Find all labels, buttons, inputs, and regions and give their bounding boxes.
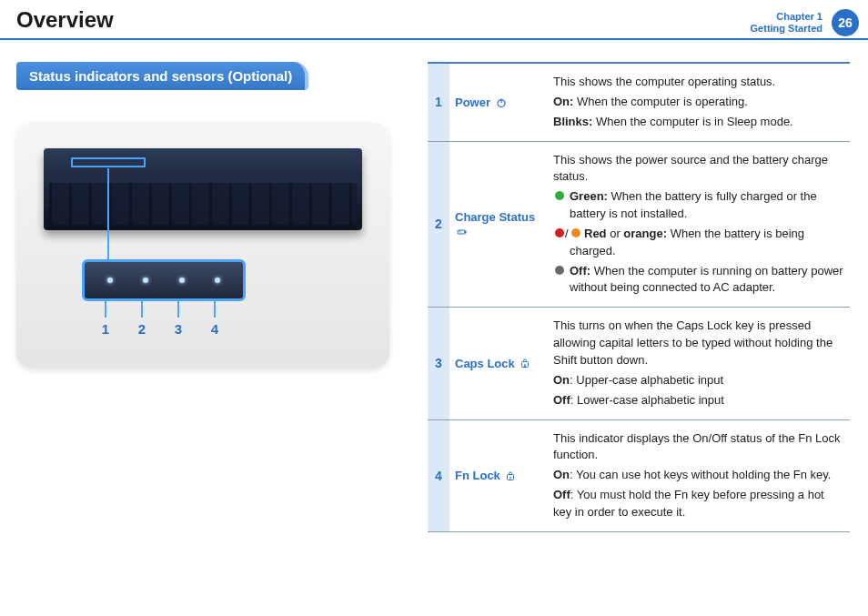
led-icon	[215, 278, 220, 283]
led-icon	[179, 278, 185, 283]
capslock-icon: A	[520, 358, 530, 369]
green-label: Green:	[570, 189, 608, 203]
orange-label: orange:	[623, 227, 667, 240]
section-heading: Status indicators and sensors (Optional)	[16, 62, 308, 90]
desc-green: Green: When the battery is fully charged…	[553, 188, 844, 223]
desc-intro: This turns on when the Caps Lock key is …	[553, 318, 844, 369]
svg-rect-2	[458, 230, 465, 234]
figure-label-4: 4	[211, 321, 218, 337]
row-name: Fn Lock F	[449, 419, 548, 531]
figure-tick	[177, 301, 179, 318]
slash: /	[565, 226, 569, 243]
row-name-text: Power	[455, 96, 490, 109]
charge-icon	[457, 227, 468, 237]
on-text: : You can use hot keys without holding t…	[570, 468, 831, 481]
indicator-table: 1 Power This shows the computer operatin…	[428, 62, 850, 532]
on-label: On	[553, 373, 570, 387]
page-title: Overview	[16, 7, 114, 36]
desc-on: On: When the computer is operating.	[553, 94, 844, 111]
row-desc: This shows the power source and the batt…	[548, 141, 850, 308]
desc-intro: This shows the computer operating status…	[553, 74, 844, 91]
row-name-text: Fn Lock	[455, 469, 500, 482]
chapter-line1: Chapter 1	[751, 11, 823, 23]
header-right: Chapter 1 Getting Started 26	[751, 9, 868, 36]
table-row: 4 Fn Lock F This indicator displays the …	[428, 419, 850, 531]
blinks-text: When the computer is in Sleep mode.	[592, 115, 792, 128]
desc-on: On: Upper-case alphabetic input	[553, 372, 844, 389]
grey-dot-icon	[555, 266, 564, 275]
row-desc: This turns on when the Caps Lock key is …	[548, 308, 850, 419]
row-number: 2	[428, 141, 449, 308]
page-number-badge: 26	[832, 9, 859, 36]
redorange-wrap: Red or orange: When the battery is being…	[570, 227, 804, 258]
row-name: Power	[449, 63, 548, 141]
row-name: Charge Status	[449, 141, 548, 308]
row-name-text: Caps Lock	[455, 357, 515, 370]
svg-text:F: F	[510, 476, 512, 480]
desc-intro: This shows the power source and the batt…	[553, 152, 844, 187]
desc-redorange: / Red or orange: When the battery is bei…	[553, 226, 844, 260]
svg-text:A: A	[524, 363, 527, 368]
left-column: Status indicators and sensors (Optional)…	[0, 62, 428, 532]
off-text: When the computer is running on battery …	[570, 264, 843, 295]
figure-label-1: 1	[102, 321, 109, 337]
or-text: or	[607, 227, 624, 240]
figure-callout-line	[107, 168, 109, 264]
fnlock-icon: F	[505, 471, 516, 482]
off-label: Off	[553, 393, 570, 407]
red-label: Red	[584, 227, 607, 240]
on-text: When the computer is operating.	[573, 95, 748, 108]
figure-highlight-box	[71, 157, 146, 167]
chapter-label: Chapter 1 Getting Started	[751, 11, 823, 35]
led-icon	[143, 278, 148, 283]
page-header: Overview Chapter 1 Getting Started 26	[0, 0, 868, 36]
figure-label-2: 2	[138, 321, 146, 337]
chapter-line2: Getting Started	[751, 23, 823, 35]
svg-rect-3	[465, 231, 466, 233]
off-label: Off	[553, 488, 570, 501]
desc-off: Off: You must hold the Fn key before pre…	[553, 487, 844, 521]
orange-dot-icon	[571, 228, 580, 237]
right-column: 1 Power This shows the computer operatin…	[428, 62, 868, 532]
blinks-label: Blinks:	[553, 115, 592, 128]
desc-off: Off: Lower-case alphabetic input	[553, 392, 844, 409]
on-label: On	[553, 468, 570, 481]
table-row: 3 Caps Lock A This turns on when the Cap…	[428, 308, 850, 419]
row-number: 4	[428, 419, 449, 531]
off-label: Off:	[570, 264, 590, 278]
header-rule	[0, 38, 868, 40]
power-icon	[496, 97, 507, 108]
green-dot-icon	[555, 191, 564, 200]
figure-callout-box	[82, 259, 246, 301]
off-text: : Lower-case alphabetic input	[570, 393, 724, 407]
on-text: : Upper-case alphabetic input	[570, 373, 723, 387]
row-number: 1	[428, 63, 449, 141]
table-row: 1 Power This shows the computer operatin…	[428, 63, 850, 141]
table-row: 2 Charge Status This shows the power sou…	[428, 141, 850, 308]
row-number: 3	[428, 308, 449, 419]
row-name: Caps Lock A	[449, 308, 548, 419]
desc-intro: This indicator displays the On/Off statu…	[553, 430, 844, 465]
on-label: On:	[553, 95, 573, 108]
figure-tick	[105, 301, 106, 318]
off-text: : You must hold the Fn key before pressi…	[553, 488, 824, 519]
figure-label-3: 3	[175, 321, 182, 337]
content: Status indicators and sensors (Optional)…	[0, 36, 868, 532]
figure-card: 1 2 3 4	[16, 123, 389, 369]
led-icon	[107, 278, 113, 283]
desc-off: Off: When the computer is running on bat…	[553, 263, 844, 298]
row-desc: This indicator displays the On/Off statu…	[548, 419, 850, 531]
desc-on: On: You can use hot keys without holding…	[553, 467, 844, 484]
row-desc: This shows the computer operating status…	[548, 63, 850, 141]
figure-tick	[141, 301, 143, 318]
row-name-text: Charge Status	[455, 210, 535, 224]
red-dot-icon	[555, 228, 564, 237]
desc-blinks: Blinks: When the computer is in Sleep mo…	[553, 114, 844, 131]
figure-tick	[214, 301, 216, 318]
